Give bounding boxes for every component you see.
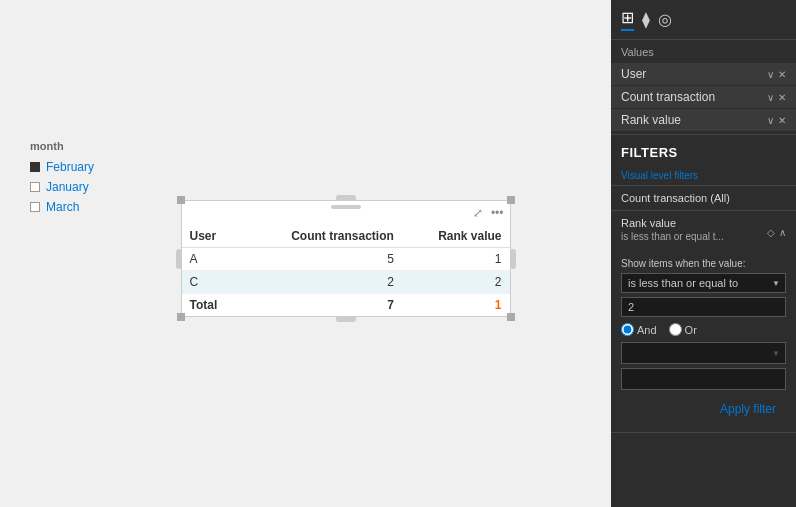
resize-handle-corner-bl[interactable] [177, 313, 185, 321]
value-chevron-count[interactable]: ∨ [767, 92, 774, 103]
footer-rank: 1 [402, 294, 510, 317]
resize-handle-top[interactable] [336, 195, 356, 201]
value-chevron-user[interactable]: ∨ [767, 69, 774, 80]
values-title: Values [611, 40, 796, 62]
legend-box-march [30, 202, 40, 212]
filter-item-count: Count transaction (All) [611, 186, 796, 211]
value-actions-rank: ∨ ✕ [767, 115, 786, 126]
filter-rank-sub: is less than or equal t... [621, 231, 724, 242]
cell-count-a: 5 [241, 248, 402, 271]
expand-icon[interactable]: ⤢ [471, 205, 485, 221]
panel-toolbar: ⊞ ⧫ ◎ [611, 0, 796, 40]
footer-count: 7 [241, 294, 402, 317]
table-row: C 2 2 [182, 271, 510, 294]
value-label-count: Count transaction [621, 90, 715, 104]
filter-item-rank-header[interactable]: Rank value is less than or equal t... ◇ … [611, 211, 796, 254]
radio-or[interactable] [669, 323, 682, 336]
filter-value-input[interactable] [621, 297, 786, 317]
filter-radio-and[interactable]: And [621, 323, 657, 336]
value-close-count[interactable]: ✕ [778, 92, 786, 103]
resize-handle-corner-tl[interactable] [177, 196, 185, 204]
main-area: month February January March ⤢ ••• [0, 0, 611, 507]
filters-section: FILTERS Visual level filters Count trans… [611, 137, 796, 433]
apply-filter-button[interactable]: Apply filter [621, 394, 786, 424]
filter-condition2-select[interactable] [621, 342, 786, 364]
resize-handle-left[interactable] [176, 249, 182, 269]
table-view-icon[interactable]: ⊞ [621, 8, 634, 31]
filter-panel-icon[interactable]: ⧫ [642, 10, 650, 29]
values-section: Values User ∨ ✕ Count transaction ∨ ✕ Ra… [611, 40, 796, 132]
table-footer-row: Total 7 1 [182, 294, 510, 317]
filter-radio-or[interactable]: Or [669, 323, 697, 336]
value-actions-user: ∨ ✕ [767, 69, 786, 80]
filter-item-count-header[interactable]: Count transaction (All) [611, 186, 796, 210]
table-row: A 5 1 [182, 248, 510, 271]
legend-label-march: March [46, 200, 79, 214]
value-label-rank: Rank value [621, 113, 681, 127]
resize-handle-right[interactable] [510, 249, 516, 269]
cell-rank-a: 1 [402, 248, 510, 271]
col-header-user: User [182, 225, 241, 248]
table-icons: ⤢ ••• [471, 205, 506, 221]
legend-label-january: January [46, 180, 89, 194]
filter-rank-clear-icon[interactable]: ◇ [767, 227, 775, 238]
col-header-count: Count transaction [241, 225, 402, 248]
legend-box-january [30, 182, 40, 192]
legend-box-february [30, 162, 40, 172]
resize-handle-corner-tr[interactable] [507, 196, 515, 204]
legend: month February January March [30, 140, 94, 220]
value-row-rank: Rank value ∨ ✕ [611, 109, 796, 131]
resize-handle-corner-br[interactable] [507, 313, 515, 321]
filter-item-rank: Rank value is less than or equal t... ◇ … [611, 211, 796, 433]
filter-rank-title: Rank value [621, 217, 724, 229]
filter-condition-wrapper: is less than or equal to is less than is… [621, 273, 786, 293]
legend-label-february: February [46, 160, 94, 174]
cell-rank-c: 2 [402, 271, 510, 294]
radio-and-label: And [637, 324, 657, 336]
cell-count-c: 2 [241, 271, 402, 294]
filter-item-count-label: Count transaction (All) [621, 192, 730, 204]
filter-show-items-label: Show items when the value: [621, 258, 786, 269]
right-panel: ⊞ ⧫ ◎ Values User ∨ ✕ Count transaction … [611, 0, 796, 507]
value-actions-count: ∨ ✕ [767, 92, 786, 103]
filter-radio-group: And Or [621, 323, 786, 336]
filter-condition2-wrapper [621, 342, 786, 364]
table-container: ⤢ ••• User Count transaction Rank value … [181, 200, 511, 317]
legend-item-february[interactable]: February [30, 160, 94, 174]
filters-header: FILTERS [611, 137, 796, 166]
filter-rank-labels: Rank value is less than or equal t... [621, 217, 724, 248]
value-chevron-rank[interactable]: ∨ [767, 115, 774, 126]
legend-item-january[interactable]: January [30, 180, 94, 194]
filter-condition-select[interactable]: is less than or equal to is less than is… [621, 273, 786, 293]
footer-label: Total [182, 294, 241, 317]
table-scroll-handle[interactable] [331, 205, 361, 209]
legend-item-march[interactable]: March [30, 200, 94, 214]
col-header-rank: Rank value [402, 225, 510, 248]
panel-divider [611, 134, 796, 135]
radio-and[interactable] [621, 323, 634, 336]
value-row-count: Count transaction ∨ ✕ [611, 86, 796, 108]
filter-rank-collapse-icon[interactable]: ∧ [779, 227, 786, 238]
analytics-panel-icon[interactable]: ◎ [658, 10, 672, 29]
value-label-user: User [621, 67, 646, 81]
value-close-user[interactable]: ✕ [778, 69, 786, 80]
more-options-icon[interactable]: ••• [489, 205, 506, 221]
value-row-user: User ∨ ✕ [611, 63, 796, 85]
filter-rank-expanded: Show items when the value: is less than … [611, 254, 796, 432]
data-table: User Count transaction Rank value A 5 1 … [182, 225, 510, 316]
value-close-rank[interactable]: ✕ [778, 115, 786, 126]
legend-title: month [30, 140, 94, 152]
resize-handle-bottom[interactable] [336, 316, 356, 322]
visual-level-filters-label: Visual level filters [611, 166, 796, 186]
filter-value2-input[interactable] [621, 368, 786, 390]
cell-user-c: C [182, 271, 241, 294]
cell-user-a: A [182, 248, 241, 271]
radio-or-label: Or [685, 324, 697, 336]
